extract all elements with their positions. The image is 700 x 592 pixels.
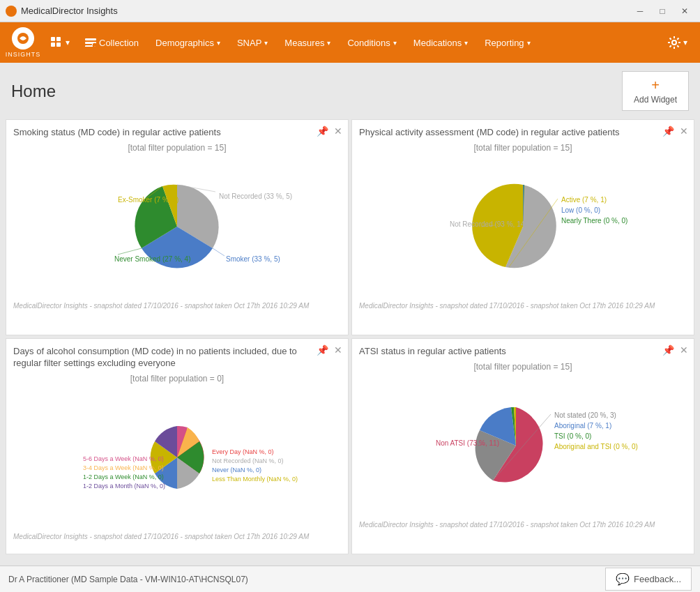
nav-logo[interactable]: INSIGHTS: [6, 25, 40, 60]
svg-line-18: [118, 248, 142, 255]
feedback-label: Feedback...: [634, 574, 681, 584]
svg-text:+: +: [93, 45, 96, 47]
svg-text:Not Recorded (NaN %, 0): Not Recorded (NaN %, 0): [212, 457, 284, 464]
demographics-chevron: ▾: [217, 39, 220, 47]
add-widget-button[interactable]: + Add Widget: [622, 71, 689, 111]
svg-text:Every Day (NaN %, 0): Every Day (NaN %, 0): [212, 448, 274, 455]
svg-text:Never (NaN %, 0): Never (NaN %, 0): [212, 466, 261, 473]
widget-alcohol-chart: 5-6 Days a Week (NaN %, 0) 3-4 Days a We…: [13, 388, 341, 527]
minimize-button[interactable]: ─: [630, 4, 650, 18]
svg-text:Aboriginal (7 %, 1): Aboriginal (7 %, 1): [554, 422, 611, 430]
widget-alcohol-title: Days of alcohol consumption (MD code) in…: [13, 346, 341, 370]
nav-items: + Collection Demographics ▾ SNAP ▾ Measu…: [77, 22, 661, 63]
add-widget-plus-icon: +: [651, 77, 660, 93]
title-bar: MedicalDirector Insights ─ □ ✕: [0, 0, 700, 22]
feedback-icon: 💬: [616, 572, 630, 586]
nav-snap-label: SNAP: [237, 38, 261, 48]
svg-text:Not Recorded (33 %, 5): Not Recorded (33 %, 5): [219, 192, 292, 200]
app-title: MedicalDirector Insights: [21, 6, 118, 16]
widget-atsi-close[interactable]: ✕: [680, 344, 688, 356]
widgets-grid: Smoking status (MD code) in regular acti…: [0, 116, 700, 560]
nav-grid-button[interactable]: ▾: [43, 22, 77, 63]
widget-physical-filter: [total filter population = 15]: [359, 143, 687, 153]
widget-alcohol-pin[interactable]: 📌: [317, 344, 328, 356]
grid-chevron: ▾: [66, 38, 70, 47]
widget-alcohol-filter: [total filter population = 0]: [13, 374, 341, 384]
settings-chevron: ▾: [683, 38, 687, 47]
widget-atsi-filter: [total filter population = 15]: [359, 362, 687, 372]
widget-physical-close[interactable]: ✕: [680, 126, 688, 137]
widget-smoking-controls: 📌 ✕: [317, 126, 342, 137]
svg-text:Active (7 %, 1): Active (7 %, 1): [561, 196, 607, 204]
widget-atsi-controls: 📌 ✕: [662, 344, 688, 356]
svg-text:Not Recorded (93 %, 14): Not Recorded (93 %, 14): [450, 220, 527, 228]
feedback-button[interactable]: 💬 Feedback...: [605, 568, 692, 591]
nav-settings[interactable]: ▾: [661, 22, 694, 63]
svg-text:3-4 Days a Week (NaN %, 0): 3-4 Days a Week (NaN %, 0): [83, 464, 164, 471]
nav-reporting[interactable]: Reporting ▾: [476, 22, 538, 63]
widget-atsi: ATSI status in regular active patients 📌…: [351, 338, 694, 554]
status-user-text: Dr A Practitioner (MD Sample Data - VM-W…: [8, 575, 248, 584]
widget-smoking-pin[interactable]: 📌: [317, 126, 328, 137]
svg-text:5-6 Days a Week (NaN %, 0): 5-6 Days a Week (NaN %, 0): [83, 455, 164, 462]
svg-text:Ex-Smoker (7 %, 1): Ex-Smoker (7 %, 1): [118, 196, 178, 204]
nav-collection[interactable]: + Collection: [77, 22, 147, 63]
widget-physical-footer: MedicalDirector Insights - snapshot date…: [359, 302, 687, 310]
nav-measures[interactable]: Measures ▾: [276, 22, 339, 63]
add-widget-label: Add Widget: [634, 95, 677, 105]
nav-medications[interactable]: Medications ▾: [405, 22, 476, 63]
reporting-chevron: ▾: [527, 39, 531, 47]
restore-button[interactable]: □: [653, 4, 672, 18]
widget-atsi-pin[interactable]: 📌: [662, 344, 674, 356]
svg-text:Never Smoked (27 %, 4): Never Smoked (27 %, 4): [114, 255, 191, 263]
logo-icon: [12, 27, 34, 50]
nav-conditions[interactable]: Conditions ▾: [339, 22, 404, 63]
title-bar-left: MedicalDirector Insights: [6, 6, 118, 17]
page-title: Home: [11, 82, 56, 101]
widget-smoking-footer: MedicalDirector Insights - snapshot date…: [13, 302, 341, 310]
title-bar-controls: ─ □ ✕: [630, 4, 694, 18]
nav-demographics-label: Demographics: [155, 38, 214, 48]
nav-demographics[interactable]: Demographics ▾: [147, 22, 229, 63]
nav-reporting-label: Reporting: [485, 38, 524, 48]
content-area: Home + Add Widget Smoking status (MD cod…: [0, 63, 700, 566]
home-header: Home + Add Widget: [0, 63, 700, 116]
close-button[interactable]: ✕: [675, 4, 694, 18]
widget-physical-title: Physical activity assessment (MD code) i…: [359, 127, 687, 139]
widget-smoking: Smoking status (MD code) in regular acti…: [6, 119, 349, 335]
nav-snap[interactable]: SNAP ▾: [229, 22, 276, 63]
svg-text:1-2 Days a Month (NaN %, 0): 1-2 Days a Month (NaN %, 0): [83, 483, 165, 489]
smoking-pie-svg: Not Recorded (33 %, 5) Smoker (33 %, 5) …: [107, 164, 247, 289]
settings-icon: [668, 36, 680, 49]
navbar: INSIGHTS ▾ + Collection Demographics ▾: [0, 22, 700, 63]
svg-rect-5: [85, 38, 96, 40]
widget-smoking-filter: [total filter population = 15]: [13, 143, 341, 153]
svg-text:TSI (0 %, 0): TSI (0 %, 0): [554, 432, 591, 440]
svg-text:Low (0 %, 0): Low (0 %, 0): [561, 206, 600, 214]
widget-physical-pin[interactable]: 📌: [662, 126, 674, 137]
collection-icon: +: [85, 38, 96, 47]
widget-physical: Physical activity assessment (MD code) i…: [351, 119, 694, 335]
svg-rect-2: [56, 37, 61, 41]
widget-physical-controls: 📌 ✕: [662, 126, 688, 137]
medications-chevron: ▾: [464, 39, 468, 47]
widget-smoking-close[interactable]: ✕: [334, 126, 342, 137]
widget-alcohol-close[interactable]: ✕: [334, 344, 342, 356]
widget-smoking-chart: Not Recorded (33 %, 5) Smoker (33 %, 5) …: [13, 157, 341, 296]
svg-rect-4: [56, 43, 61, 47]
widget-atsi-chart: Non ATSI (73 %, 11) Not stated (20 %, 3)…: [359, 376, 687, 515]
nav-medications-label: Medications: [413, 38, 462, 48]
widget-atsi-title: ATSI status in regular active patients: [359, 346, 687, 358]
svg-rect-3: [51, 43, 55, 47]
svg-text:Not stated (20 %, 3): Not stated (20 %, 3): [554, 411, 616, 419]
widget-physical-chart: Not Recorded (93 %, 14) Active (7 %, 1) …: [359, 157, 687, 296]
widget-smoking-title: Smoking status (MD code) in regular acti…: [13, 127, 341, 139]
svg-text:Smoker (33 %, 5): Smoker (33 %, 5): [226, 255, 280, 263]
conditions-chevron: ▾: [393, 39, 397, 47]
svg-text:1-2 Days a Week (NaN %, 0): 1-2 Days a Week (NaN %, 0): [83, 473, 164, 480]
svg-text:Aboriginal and TSI (0 %, 0): Aboriginal and TSI (0 %, 0): [554, 443, 638, 450]
svg-text:Less Than Monthly (NaN %, 0): Less Than Monthly (NaN %, 0): [212, 476, 298, 483]
status-bar: Dr A Practitioner (MD Sample Data - VM-W…: [0, 566, 700, 592]
measures-chevron: ▾: [327, 39, 330, 47]
nav-conditions-label: Conditions: [347, 38, 390, 48]
